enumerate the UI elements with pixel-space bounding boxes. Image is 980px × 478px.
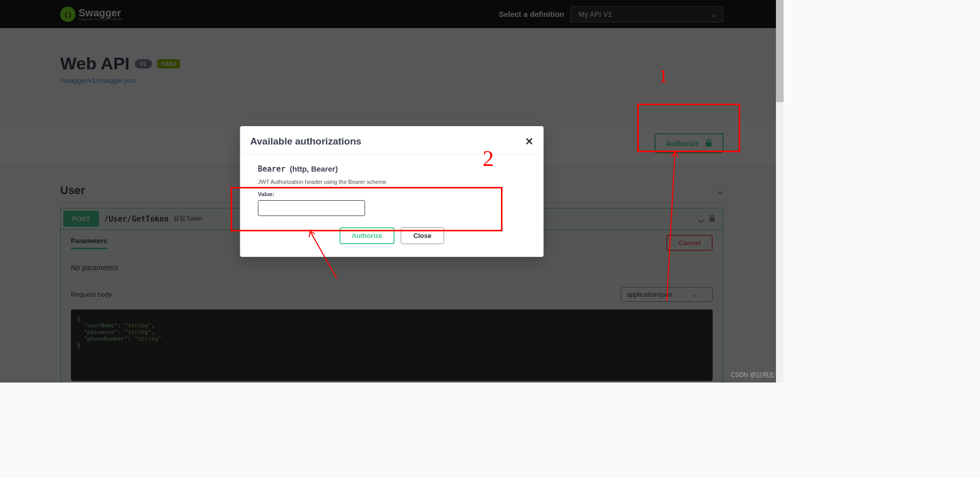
auth-scheme-name: Bearer [258,164,286,174]
auth-value-input[interactable] [258,200,365,216]
authorization-modal: Available authorizations ✕ Bearer (http,… [240,126,544,257]
watermark: CSDN @以明志 [731,371,774,379]
modal-title: Available authorizations [250,136,362,147]
close-icon[interactable]: ✕ [525,135,534,148]
auth-description: JWT Authorization header using the Beare… [258,179,526,185]
scrollbar[interactable] [776,0,784,383]
scroll-thumb[interactable] [776,0,784,102]
modal-authorize-button[interactable]: Authorize [339,227,394,244]
modal-close-button[interactable]: Close [400,227,444,244]
auth-scheme-type: (http, Bearer) [290,164,338,173]
auth-value-label: Value: [258,191,526,197]
